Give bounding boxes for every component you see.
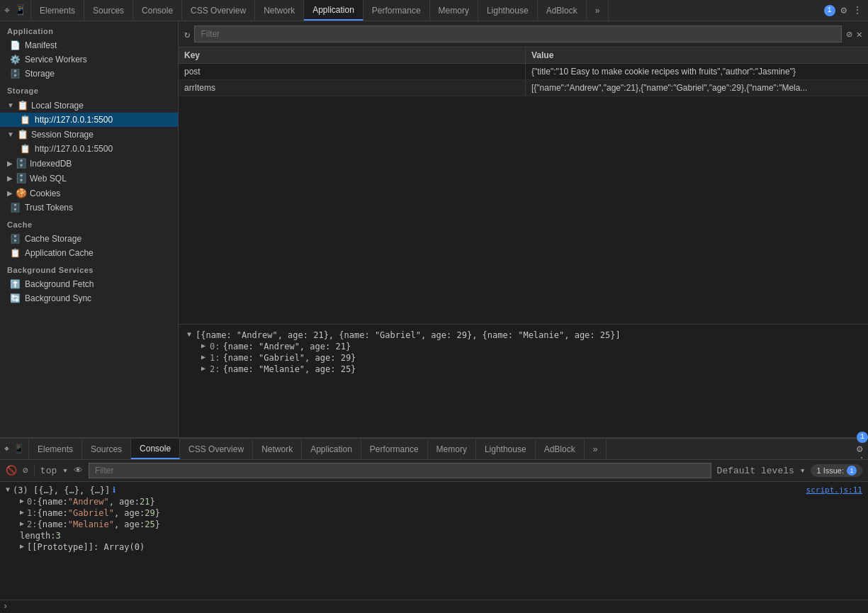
session-storage-url[interactable]: 📋 http://127.0.0.1:5500: [0, 142, 178, 156]
detail-items: ▶ 0: {name: "Andrew", age: 21} ▶ 1: {nam…: [187, 342, 859, 374]
console-issues-badge[interactable]: 1: [857, 432, 868, 443]
tab-css-overview[interactable]: CSS Overview: [182, 0, 255, 21]
console-item-0-comma: , age:: [109, 497, 140, 507]
console-item-0-arrow[interactable]: ▶: [20, 497, 24, 505]
tab-memory[interactable]: Memory: [430, 0, 478, 21]
console-panel: ⌖ 📱 Elements Sources Console CSS Overvie…: [0, 437, 868, 613]
console-tab-sources[interactable]: Sources: [82, 439, 131, 459]
console-tab-memory[interactable]: Memory: [428, 439, 476, 459]
console-top-dropdown[interactable]: top ▾: [40, 465, 68, 476]
top-tabs: Elements Sources Console CSS Overview Ne…: [31, 0, 818, 21]
console-issue-badge[interactable]: 1 Issue: 1: [811, 464, 862, 477]
console-array-arrow[interactable]: ▼: [6, 485, 10, 493]
bg-sync-label: Background Sync: [25, 293, 91, 303]
trust-tokens-icon: 🗄️: [10, 203, 21, 213]
storage-label: Storage: [25, 69, 55, 79]
pointer-icon[interactable]: ⌖: [4, 5, 10, 16]
console-tab-adblock[interactable]: AdBlock: [536, 439, 585, 459]
tab-more[interactable]: »: [587, 0, 609, 21]
console-settings-icon[interactable]: ⚙: [857, 443, 868, 455]
local-storage-url[interactable]: 📋 http://127.0.0.1:5500: [0, 113, 178, 127]
tab-sources[interactable]: Sources: [84, 0, 133, 21]
tab-elements[interactable]: Elements: [31, 0, 84, 21]
detail-item-0: ▶ 0: {name: "Andrew", age: 21}: [201, 342, 859, 352]
console-item-2-arrow[interactable]: ▶: [20, 519, 24, 527]
detail-expand-arrow[interactable]: ▼: [187, 330, 191, 338]
console-tab-more[interactable]: »: [585, 439, 607, 459]
indexeddb-group[interactable]: ▶ 🗄️ IndexedDB: [0, 156, 178, 171]
tab-network[interactable]: Network: [255, 0, 304, 21]
app-cache-icon: 📋: [10, 248, 21, 258]
local-storage-group[interactable]: ▼ 📋 Local Storage: [0, 98, 178, 113]
settings-icon[interactable]: ⚙: [841, 4, 847, 16]
console-tab-lighthouse[interactable]: Lighthouse: [476, 439, 536, 459]
sidebar-item-bg-fetch[interactable]: ⬆️ Background Fetch: [0, 277, 178, 291]
console-input[interactable]: [12, 602, 865, 612]
console-array-text: (3) [{…}, {…}, {…}]: [13, 485, 110, 495]
console-tab-network[interactable]: Network: [253, 439, 302, 459]
sidebar-item-service-workers[interactable]: ⚙️ Service Workers: [0, 52, 178, 67]
refresh-button[interactable]: ↻: [184, 28, 190, 40]
websql-group[interactable]: ▶ 🗄️ Web SQL: [0, 171, 178, 186]
console-item-2-age: 25: [145, 519, 154, 529]
sidebar-item-app-cache[interactable]: 📋 Application Cache: [0, 246, 178, 260]
tab-performance[interactable]: Performance: [363, 0, 430, 21]
delete-filter-icon[interactable]: ⊘: [846, 28, 852, 40]
cookies-group[interactable]: ▶ 🍪 Cookies: [0, 186, 178, 201]
console-item-1-close: }: [155, 508, 160, 518]
console-item-0-index: 0:: [27, 497, 37, 507]
sidebar-item-storage[interactable]: 🗄️ Storage: [0, 67, 178, 81]
console-tab-css[interactable]: CSS Overview: [180, 439, 253, 459]
mobile-icon[interactable]: 📱: [14, 4, 26, 16]
filter-input[interactable]: [194, 26, 842, 43]
console-length-line: length: 3: [20, 530, 862, 541]
console-filter-input[interactable]: [89, 463, 711, 478]
sidebar-item-cache-storage[interactable]: 🗄️ Cache Storage: [0, 232, 178, 246]
console-tab-performance[interactable]: Performance: [361, 439, 428, 459]
top-tabbar: ⌖ 📱 Elements Sources Console CSS Overvie…: [0, 0, 868, 21]
console-item-0-name: "Andrew": [68, 497, 109, 507]
local-storage-url-icon: 📋: [20, 115, 30, 125]
tab-application[interactable]: Application: [304, 0, 363, 21]
console-item-1-index: 1:: [27, 508, 37, 518]
cache-section-title: Cache: [0, 215, 178, 232]
console-levels-dropdown[interactable]: Default levels ▾: [717, 465, 806, 476]
tab-console[interactable]: Console: [133, 0, 182, 21]
more-icon[interactable]: ⋮: [852, 4, 862, 16]
issues-badge[interactable]: 1: [824, 5, 835, 16]
local-storage-icon: 📋: [17, 100, 28, 111]
console-issue-text: 1 Issue:: [816, 466, 844, 475]
sidebar-item-bg-sync[interactable]: 🔄 Background Sync: [0, 291, 178, 305]
detail-item-1-arrow[interactable]: ▶: [201, 353, 205, 361]
console-tab-elements[interactable]: Elements: [29, 439, 82, 459]
console-source-link[interactable]: script.js:11: [806, 485, 862, 495]
sidebar-item-manifest[interactable]: 📄 Manifest: [0, 38, 178, 52]
console-clear-btn[interactable]: 🚫: [6, 465, 17, 476]
col-header-key: Key: [179, 47, 526, 63]
tab-adblock[interactable]: AdBlock: [538, 0, 587, 21]
detail-item-2-arrow[interactable]: ▶: [201, 364, 205, 372]
console-tab-application[interactable]: Application: [302, 439, 361, 459]
close-filter-icon[interactable]: ✕: [857, 28, 862, 40]
console-tab-console[interactable]: Console: [131, 439, 180, 459]
manifest-label: Manifest: [25, 40, 57, 50]
console-prompt: ›: [3, 602, 8, 612]
console-mobile-icon[interactable]: 📱: [13, 444, 24, 454]
console-pointer-icon[interactable]: ⌖: [4, 444, 9, 454]
sidebar-item-trust-tokens[interactable]: 🗄️ Trust Tokens: [0, 201, 178, 215]
console-eye-btn[interactable]: 👁: [74, 466, 83, 476]
data-table: Key Value post {"title":"10 Easy to make…: [179, 47, 868, 324]
table-row[interactable]: arrItems [{"name":"Andrew","age":21},{"n…: [179, 80, 868, 96]
session-storage-group[interactable]: ▼ 📋 Session Storage: [0, 127, 178, 142]
detail-summary-row: ▼ [{name: "Andrew", age: 21}, {name: "Ga…: [187, 330, 859, 340]
console-item-1: ▶ 1: {name: "Gabriel" , age: 29 }: [20, 507, 862, 519]
console-top-filter-btn[interactable]: ⊘: [23, 465, 28, 476]
detail-item-1-index: 1:: [210, 353, 220, 363]
console-prototype-arrow[interactable]: ▶: [20, 542, 24, 550]
tab-lighthouse[interactable]: Lighthouse: [478, 0, 538, 21]
table-row[interactable]: post {"title":"10 Easy to make cookie re…: [179, 64, 868, 80]
detail-item-0-arrow[interactable]: ▶: [201, 342, 205, 349]
console-item-2-comma: , age:: [114, 519, 145, 529]
console-item-1-arrow[interactable]: ▶: [20, 508, 24, 516]
detail-item-0-index: 0:: [210, 342, 220, 352]
